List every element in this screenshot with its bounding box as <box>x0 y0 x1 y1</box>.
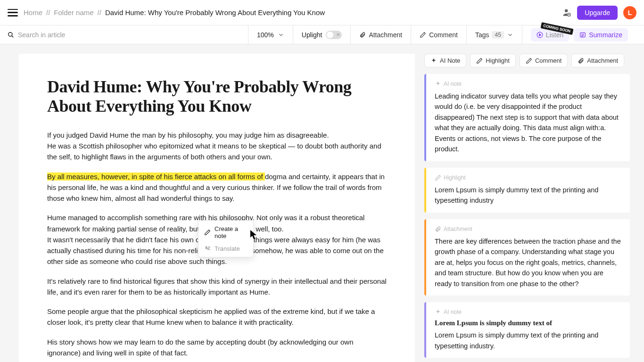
sparkle-icon <box>430 58 437 64</box>
tags-button[interactable]: Tags 45 <box>475 31 513 39</box>
note-card[interactable]: AI note Leading indicator survey data te… <box>424 74 630 161</box>
article-paragraph: His story shows how we may learn to do t… <box>47 337 387 359</box>
note-title: Lorem Lpsum is simply dummy text of <box>435 319 622 327</box>
breadcrumb-current: David Hume: Why You're Probably Wrong Ab… <box>105 8 325 16</box>
close-icon: ✕ <box>336 32 340 37</box>
note-type-label: AI note <box>435 81 622 87</box>
svg-point-0 <box>565 9 568 12</box>
article-paragraph: It's relatively rare to find historical … <box>47 276 387 298</box>
translate-menu-item[interactable]: Translate <box>200 242 251 255</box>
translate-label: Translate <box>215 245 240 252</box>
highlighted-text[interactable]: By all measures, however, in spite of hi… <box>47 173 265 181</box>
tags-count: 45 <box>492 31 504 39</box>
translate-icon <box>204 246 211 252</box>
article-paragraph: By all measures, however, in spite of hi… <box>47 171 387 204</box>
chevron-down-icon[interactable] <box>278 32 284 38</box>
article-paragraph: Some people argue that the philosophical… <box>47 306 387 328</box>
sparkle-icon <box>435 309 441 315</box>
summarize-label: Summarize <box>589 31 622 39</box>
pencil-icon <box>204 229 211 236</box>
comment-button[interactable]: Comment <box>420 31 458 39</box>
search-icon <box>8 32 14 38</box>
note-text: Lorem Lpsum is simply dummy text of the … <box>435 185 622 206</box>
note-text: Lorem Lpsum is simply dummy text of the … <box>435 330 622 351</box>
tab-attachment[interactable]: Attachment <box>571 54 624 67</box>
listen-button: Listen COMING SOON <box>531 28 569 41</box>
create-note-menu-item[interactable]: Create a note <box>200 222 251 242</box>
note-type-label: Attachment <box>435 226 622 232</box>
list-icon <box>579 32 586 38</box>
note-type-label: Highlight <box>435 174 622 181</box>
chevron-down-icon <box>507 32 513 38</box>
note-card[interactable]: Attachment There are key differences bet… <box>424 219 630 296</box>
comment-label: Comment <box>429 31 458 39</box>
highlighter-icon <box>476 58 483 64</box>
notes-sidebar: AI Note Highlight Comment Attachment AI … <box>415 44 644 362</box>
zoom-level[interactable]: 100% <box>257 31 274 39</box>
article-title: David Hume: Why You're Probably Wrong Ab… <box>47 77 387 116</box>
highlighter-icon <box>435 174 441 181</box>
breadcrumb-folder[interactable]: Folder name <box>54 8 93 16</box>
hamburger-menu[interactable] <box>8 9 18 16</box>
cursor-icon <box>250 230 258 239</box>
tab-highlight[interactable]: Highlight <box>470 54 516 67</box>
pencil-icon <box>420 32 426 38</box>
tab-ai-note[interactable]: AI Note <box>424 54 466 67</box>
uplight-toggle[interactable]: ✕ <box>326 31 342 39</box>
sparkle-icon <box>435 81 441 87</box>
upgrade-button[interactable]: Upgarde <box>577 6 618 20</box>
add-user-icon[interactable] <box>562 8 571 17</box>
search-input[interactable] <box>18 31 136 39</box>
note-text: There are key differences between the tr… <box>435 236 622 289</box>
pencil-icon <box>526 58 532 64</box>
paperclip-icon <box>578 58 584 64</box>
breadcrumb-sep-icon: // <box>46 8 50 16</box>
uplight-label: Uplight <box>302 31 322 39</box>
article-pane: David Hume: Why You're Probably Wrong Ab… <box>19 54 415 362</box>
svg-point-2 <box>8 32 12 36</box>
attachment-button[interactable]: Attachment <box>359 31 402 39</box>
summarize-button[interactable]: Summarize <box>574 28 628 41</box>
tab-comment[interactable]: Comment <box>520 54 568 67</box>
paperclip-icon <box>435 226 441 232</box>
breadcrumb-sep-icon: // <box>98 8 101 16</box>
paperclip-icon <box>359 32 366 38</box>
note-card[interactable]: Highlight Lorem Lpsum is simply dummy te… <box>424 168 630 213</box>
avatar[interactable]: L <box>623 6 636 19</box>
attachment-label: Attachment <box>369 31 402 39</box>
play-icon <box>537 32 543 38</box>
context-menu: Create a note Translate <box>198 220 254 257</box>
note-card[interactable]: AI note Lorem Lpsum is simply dummy text… <box>424 302 630 358</box>
note-text: Leading indicator survey data tells you … <box>435 91 622 155</box>
article-paragraph: If you judged David Hume the man by his … <box>47 130 387 163</box>
tags-label: Tags <box>475 31 489 39</box>
breadcrumb-home[interactable]: Home <box>24 8 42 16</box>
create-note-label: Create a note <box>215 225 248 239</box>
note-type-label: AI note <box>435 309 622 315</box>
breadcrumb: Home // Folder name // David Hume: Why Y… <box>24 8 325 16</box>
